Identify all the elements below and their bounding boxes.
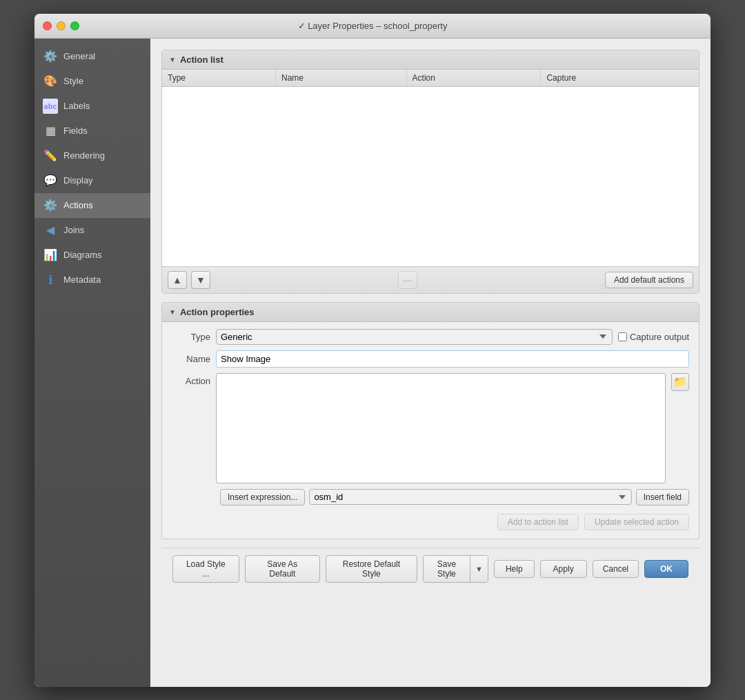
sidebar-label-fields: Fields (63, 126, 88, 136)
action-buttons-row: Add to action list Update selected actio… (172, 511, 689, 532)
insert-row: Insert expression... osm_id name type id… (172, 489, 689, 506)
action-row: Action 📁 (172, 373, 689, 483)
window-controls (43, 21, 79, 30)
action-list-table: Type Name Action Capture (162, 70, 699, 87)
col-name: Name (275, 70, 406, 87)
minimize-button[interactable] (57, 21, 66, 30)
sidebar-item-style[interactable]: 🎨 Style (34, 69, 150, 94)
main-content: ▼ Action list Type Name Action Capture (150, 39, 711, 687)
general-icon: ⚙️ (43, 49, 58, 64)
diagrams-icon: 📊 (43, 248, 58, 263)
sidebar-label-general: General (63, 51, 95, 61)
sidebar-item-actions[interactable]: ⚙️ Actions (34, 193, 150, 218)
name-label: Name (172, 354, 210, 364)
insert-field-button[interactable]: Insert field (636, 489, 689, 506)
col-capture: Capture (541, 70, 699, 87)
cancel-button[interactable]: Cancel (593, 560, 639, 578)
dialog-buttons: Help Apply Cancel OK (494, 560, 688, 578)
load-style-button[interactable]: Load Style ... (172, 555, 239, 583)
type-select[interactable]: Generic Windows Mac Unix Python Open (216, 329, 613, 345)
bottom-bar: Load Style ... Save As Default Restore D… (161, 548, 699, 590)
title-bar: ✓ Layer Properties – school_property (34, 14, 711, 39)
help-button[interactable]: Help (494, 560, 535, 578)
style-icon: 🎨 (43, 74, 58, 89)
sidebar-label-display: Display (63, 175, 93, 186)
close-button[interactable] (43, 21, 52, 30)
sidebar-label-diagrams: Diagrams (63, 250, 102, 260)
metadata-icon: ℹ (43, 272, 58, 288)
sidebar-item-metadata[interactable]: ℹ Metadata (34, 268, 150, 292)
action-list-title: Action list (180, 54, 223, 65)
action-list-arrow: ▼ (169, 56, 176, 63)
restore-default-style-button[interactable]: Restore Default Style (326, 555, 417, 583)
action-list-controls: ▲ ▼ — Add default actions (162, 266, 699, 293)
save-as-default-button[interactable]: Save As Default (245, 555, 320, 583)
col-action: Action (406, 70, 541, 87)
action-properties-arrow: ▼ (169, 308, 176, 316)
add-to-action-list-button[interactable]: Add to action list (497, 514, 579, 530)
capture-output-label: Capture output (618, 332, 689, 342)
main-window: ✓ Layer Properties – school_property ⚙️ … (34, 14, 711, 687)
sidebar-label-labels: Labels (63, 101, 90, 111)
action-list-header: ▼ Action list (162, 50, 699, 70)
maximize-button[interactable] (70, 21, 79, 30)
folder-button[interactable]: 📁 (671, 373, 689, 391)
properties-body: Type Generic Windows Mac Unix Python Ope… (162, 322, 699, 539)
sidebar-label-rendering: Rendering (63, 150, 105, 161)
display-icon: 💬 (43, 173, 58, 188)
move-down-button[interactable]: ▼ (191, 271, 210, 289)
window-body: ⚙️ General 🎨 Style abc Labels ▦ Fields ✏… (34, 39, 711, 687)
action-textarea[interactable] (216, 373, 666, 483)
save-style-button[interactable]: Save Style (424, 556, 470, 582)
sidebar-label-metadata: Metadata (63, 274, 101, 285)
type-label: Type (172, 332, 210, 342)
sidebar-item-labels[interactable]: abc Labels (34, 94, 150, 119)
col-type: Type (162, 70, 275, 87)
apply-button[interactable]: Apply (540, 560, 587, 578)
sidebar: ⚙️ General 🎨 Style abc Labels ▦ Fields ✏… (34, 39, 150, 687)
ok-button[interactable]: OK (644, 560, 688, 578)
sidebar-item-display[interactable]: 💬 Display (34, 168, 150, 193)
update-selected-action-button[interactable]: Update selected action (584, 514, 689, 530)
add-default-actions-button[interactable]: Add default actions (605, 272, 693, 288)
action-properties-section: ▼ Action properties Type Generic Windows… (161, 302, 699, 539)
sidebar-label-actions: Actions (63, 200, 93, 210)
move-up-button[interactable]: ▲ (168, 271, 187, 289)
joins-icon: ◀ (43, 223, 58, 238)
sidebar-item-rendering[interactable]: ✏️ Rendering (34, 143, 150, 168)
type-row: Type Generic Windows Mac Unix Python Ope… (172, 329, 689, 345)
labels-icon: abc (43, 99, 58, 114)
sidebar-label-joins: Joins (63, 225, 84, 235)
window-title: ✓ Layer Properties – school_property (298, 21, 448, 31)
insert-expression-button[interactable]: Insert expression... (220, 489, 305, 506)
sidebar-item-joins[interactable]: ◀ Joins (34, 218, 150, 243)
sidebar-item-diagrams[interactable]: 📊 Diagrams (34, 243, 150, 268)
name-input[interactable] (216, 350, 689, 368)
name-row: Name (172, 350, 689, 368)
action-list-body (162, 87, 699, 266)
capture-output-text: Capture output (630, 332, 689, 342)
delete-button[interactable]: — (398, 271, 417, 289)
save-style-dropdown-button[interactable]: ▼ (470, 556, 488, 582)
fields-icon: ▦ (43, 123, 58, 139)
action-list-section: ▼ Action list Type Name Action Capture (161, 50, 699, 294)
actions-icon: ⚙️ (43, 198, 58, 213)
field-select[interactable]: osm_id name type id (309, 489, 631, 505)
action-label: Action (172, 373, 210, 386)
action-properties-title: Action properties (180, 307, 255, 317)
save-style-container: Save Style ▼ (423, 555, 488, 583)
capture-output-checkbox[interactable] (618, 332, 627, 341)
sidebar-item-fields[interactable]: ▦ Fields (34, 119, 150, 143)
sidebar-label-style: Style (63, 76, 83, 86)
action-properties-header: ▼ Action properties (162, 303, 699, 322)
sidebar-item-general[interactable]: ⚙️ General (34, 44, 150, 69)
rendering-icon: ✏️ (43, 148, 58, 163)
